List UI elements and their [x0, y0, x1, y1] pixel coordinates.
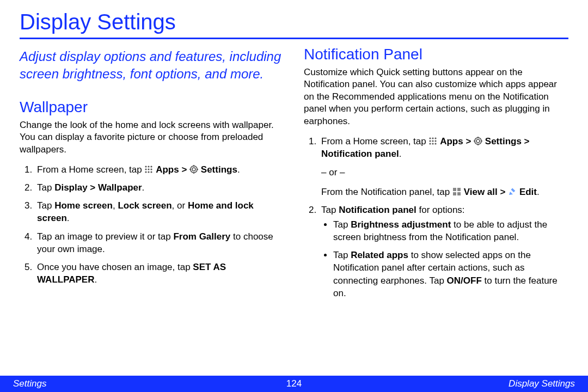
text: .: [237, 164, 240, 175]
text: Once you have chosen an image, tap: [37, 262, 193, 272]
text: ,: [113, 200, 118, 211]
svg-rect-14: [197, 169, 198, 170]
or-separator: – or –: [321, 167, 568, 179]
svg-point-21: [430, 143, 431, 145]
svg-point-5: [151, 168, 152, 170]
svg-point-7: [148, 171, 150, 173]
apps-label: Apps >: [156, 164, 189, 175]
svg-point-16: [432, 138, 434, 139]
text: Tap: [333, 250, 351, 260]
text: Tap: [37, 182, 54, 193]
left-column: Adjust display options and features, inc…: [20, 46, 284, 305]
svg-rect-13: [189, 169, 191, 170]
svg-point-2: [151, 166, 152, 167]
notif-desc: Customize which Quick setting buttons ap…: [304, 66, 568, 127]
svg-rect-30: [453, 188, 456, 191]
text: Related apps: [351, 250, 408, 260]
page: Display Settings Adjust display options …: [0, 0, 588, 392]
text: Display > Wallpaper: [54, 182, 142, 193]
text: , or: [172, 200, 188, 211]
svg-point-20: [435, 140, 437, 142]
svg-rect-28: [474, 140, 475, 142]
svg-rect-12: [193, 172, 194, 174]
svg-rect-26: [477, 137, 479, 138]
apps-icon: [428, 137, 437, 145]
notif-bullet-2: Tap Related apps to show selected apps o…: [333, 249, 568, 299]
svg-rect-33: [457, 192, 461, 195]
wallpaper-step-5: Once you have chosen an image, tap SET A…: [35, 261, 284, 286]
footer-right: Display Settings: [509, 378, 575, 389]
text: .: [399, 149, 402, 159]
svg-marker-34: [509, 192, 513, 195]
right-column: Notification Panel Customize which Quick…: [304, 46, 568, 305]
footer-page: 124: [0, 378, 588, 389]
viewall-label: View all >: [464, 187, 508, 197]
text: From a Home screen, tap: [321, 136, 428, 146]
svg-point-10: [191, 166, 197, 173]
wallpaper-step-4: Tap an image to preview it or tap From G…: [35, 230, 284, 255]
text: Tap an image to preview it or tap: [37, 231, 173, 242]
svg-rect-35: [511, 188, 516, 192]
svg-point-3: [145, 168, 147, 170]
wallpaper-steps: From a Home screen, tap Apps > Settings.…: [20, 163, 284, 286]
settings-icon: [189, 165, 198, 174]
intro-text: Adjust display options and features, inc…: [20, 48, 284, 83]
text: From the Notification panel, tap: [321, 187, 452, 197]
wallpaper-step-3: Tap Home screen, Lock screen, or Home an…: [35, 199, 284, 224]
svg-point-1: [148, 166, 150, 167]
edit-label: Edit: [519, 187, 537, 197]
svg-point-6: [145, 171, 147, 173]
page-title: Display Settings: [20, 7, 568, 36]
settings-label: Settings: [201, 164, 237, 175]
svg-point-4: [148, 168, 150, 170]
text: From Gallery: [173, 231, 230, 242]
text: for options:: [416, 205, 465, 215]
settings-icon: [474, 137, 482, 145]
text: Home screen: [54, 200, 113, 211]
text: Notification panel: [339, 205, 416, 215]
wallpaper-step-1: From a Home screen, tap Apps > Settings.: [35, 163, 284, 176]
text: Tap: [321, 205, 339, 215]
svg-point-22: [432, 143, 434, 145]
apps-label: Apps >: [440, 136, 474, 146]
text: Brightness adjustment: [351, 219, 451, 230]
wallpaper-desc: Change the look of the home and lock scr…: [20, 119, 284, 156]
svg-rect-27: [477, 144, 479, 145]
text: From a Home screen, tap: [37, 164, 144, 175]
tiles-icon: [452, 187, 461, 196]
title-rule: [20, 38, 568, 39]
text: .: [537, 187, 540, 197]
text: .: [94, 274, 97, 285]
footer: Settings 124 Display Settings: [0, 376, 588, 392]
text: Lock screen: [118, 200, 171, 211]
footer-left: Settings: [13, 378, 46, 389]
svg-point-19: [432, 140, 434, 142]
notif-bullet-1: Tap Brightness adjustment to be able to …: [333, 218, 568, 243]
notif-steps: From a Home screen, tap Apps > Settings …: [304, 135, 568, 299]
svg-point-24: [476, 139, 480, 143]
svg-rect-31: [457, 188, 461, 191]
wallpaper-heading: Wallpaper: [20, 99, 284, 116]
columns: Adjust display options and features, inc…: [20, 46, 568, 305]
notif-step-2: Tap Notification panel for options: Tap …: [319, 204, 568, 299]
svg-point-18: [430, 140, 431, 142]
text: Tap: [37, 200, 54, 211]
svg-point-17: [435, 138, 437, 139]
notif-heading: Notification Panel: [304, 46, 568, 63]
apps-icon: [144, 165, 153, 174]
svg-point-15: [430, 138, 431, 139]
pencil-icon: [508, 187, 517, 196]
svg-rect-32: [453, 192, 456, 195]
text: Tap: [333, 219, 351, 230]
svg-point-23: [435, 143, 437, 145]
notif-step-1: From a Home screen, tap Apps > Settings …: [319, 135, 568, 198]
wallpaper-step-2: Tap Display > Wallpaper.: [35, 181, 284, 194]
svg-rect-29: [481, 140, 482, 142]
text: .: [142, 182, 145, 193]
text: ON/OFF: [447, 275, 482, 286]
svg-point-8: [151, 171, 152, 173]
svg-point-9: [192, 168, 195, 171]
svg-rect-11: [193, 165, 194, 167]
svg-point-0: [145, 166, 147, 167]
text: .: [67, 213, 70, 223]
